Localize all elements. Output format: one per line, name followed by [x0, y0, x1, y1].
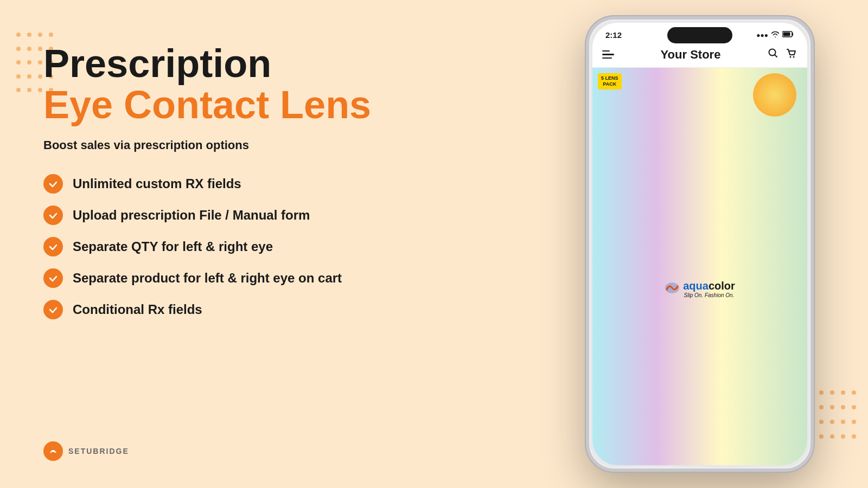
brand-color: color	[709, 280, 735, 292]
mute-button	[587, 150, 589, 179]
brand-icon	[665, 282, 680, 297]
feature-text: Unlimited custom RX fields	[73, 176, 241, 191]
product-image: 5 LENS PACK aquacolor	[592, 68, 807, 465]
decorative-dots-bottomright	[808, 390, 852, 445]
app-header: Your Store	[592, 43, 807, 68]
battery-icon	[782, 31, 794, 39]
feature-text: Separate QTY for left & right eye	[73, 239, 273, 254]
setubridge-logo-icon	[43, 441, 63, 461]
features-list: Unlimited custom RX fields Upload prescr…	[43, 174, 423, 319]
brand-row: aquacolor Slip On. Fashion On.	[665, 280, 735, 298]
svg-point-6	[793, 56, 794, 58]
logo-text: SETUBRIDGE	[68, 447, 129, 455]
status-icons: ●●●	[756, 31, 794, 39]
list-item: Unlimited custom RX fields	[43, 174, 423, 194]
list-item: Conditional Rx fields	[43, 300, 423, 319]
brand-tagline: Slip On. Fashion On.	[683, 292, 735, 298]
phone-notch	[667, 27, 732, 43]
check-icon	[43, 268, 63, 288]
phone-screen: 2:12 ●●●	[592, 23, 807, 465]
feature-text: Upload prescription File / Manual form	[73, 208, 310, 223]
feature-text: Separate product for left & right eye on…	[73, 271, 342, 286]
header-icons	[767, 47, 797, 62]
phone-frame: 2:12 ●●●	[586, 16, 814, 472]
hamburger-menu-button[interactable]	[602, 50, 614, 59]
check-icon	[43, 237, 63, 256]
wifi-icon	[771, 31, 780, 39]
left-content-area: Prescription Eye Contact Lens Boost sale…	[43, 43, 423, 319]
feature-text: Conditional Rx fields	[73, 302, 202, 317]
check-icon	[43, 300, 63, 319]
volume-down-button	[587, 112, 589, 142]
signal-icon: ●●●	[756, 31, 768, 39]
lens-pack-badge: 5 LENS PACK	[598, 73, 622, 89]
search-icon[interactable]	[767, 47, 779, 62]
phone-mockup: 2:12 ●●●	[586, 16, 814, 472]
logo-area: SETUBRIDGE	[43, 441, 129, 461]
power-button	[810, 95, 813, 128]
list-item: Upload prescription File / Manual form	[43, 206, 423, 225]
circular-design	[753, 73, 796, 117]
brand-aqua: aqua	[683, 280, 709, 292]
title-line2: Eye Contact Lens	[43, 85, 423, 126]
check-icon	[43, 206, 63, 225]
subtitle-text: Boost sales via prescription options	[43, 138, 423, 152]
store-title: Your Store	[661, 48, 721, 62]
title-line1: Prescription	[43, 43, 423, 85]
list-item: Separate product for left & right eye on…	[43, 268, 423, 288]
check-icon	[43, 174, 63, 194]
cart-icon[interactable]	[786, 47, 797, 62]
list-item: Separate QTY for left & right eye	[43, 237, 423, 256]
svg-point-5	[789, 56, 791, 58]
status-time: 2:12	[605, 30, 622, 40]
svg-point-1	[52, 450, 54, 452]
volume-up-button	[587, 85, 589, 104]
svg-rect-3	[783, 33, 790, 36]
